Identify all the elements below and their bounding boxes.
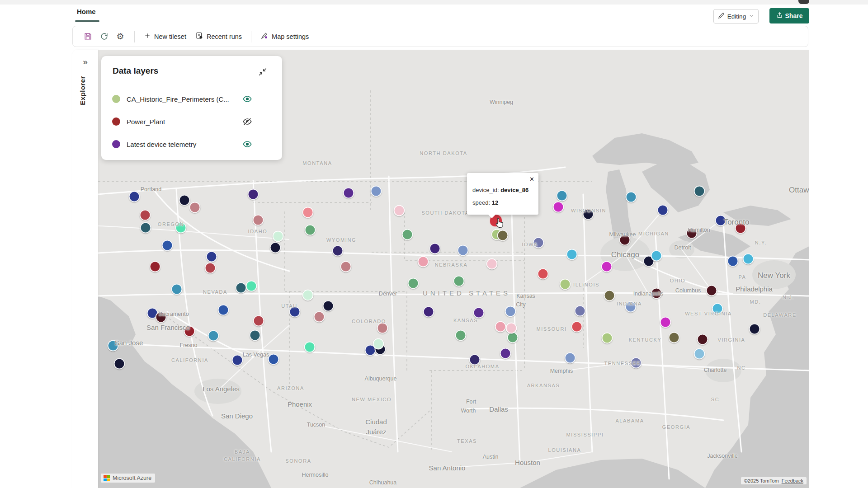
device-dot[interactable] bbox=[179, 195, 190, 206]
map-label: ILLINOIS bbox=[573, 282, 599, 287]
eye-off-icon[interactable] bbox=[242, 117, 252, 127]
device-dot[interactable] bbox=[246, 281, 257, 292]
share-button[interactable]: Share bbox=[769, 8, 809, 23]
device-dot[interactable] bbox=[140, 222, 151, 234]
device-dot[interactable] bbox=[486, 258, 498, 270]
layer-row[interactable]: CA_Historic_Fire_Perimeters (C... bbox=[101, 88, 282, 110]
device-dot[interactable] bbox=[553, 202, 564, 213]
tab-home[interactable]: Home bbox=[77, 8, 96, 15]
device-dot[interactable] bbox=[507, 332, 519, 343]
device-dot[interactable] bbox=[129, 191, 140, 202]
device-dot[interactable] bbox=[150, 261, 161, 272]
close-icon[interactable]: ✕ bbox=[529, 176, 534, 183]
device-dot[interactable] bbox=[497, 230, 509, 241]
device-dot[interactable] bbox=[694, 348, 705, 360]
device-dot[interactable] bbox=[604, 290, 615, 301]
map-label: SC bbox=[711, 397, 719, 402]
device-dot[interactable] bbox=[206, 251, 217, 263]
layer-row[interactable]: Latest device telemetry bbox=[101, 133, 282, 155]
device-dot[interactable] bbox=[377, 323, 388, 334]
device-dot[interactable] bbox=[566, 249, 578, 260]
layer-row[interactable]: Power_Plant bbox=[101, 110, 282, 133]
device-dot[interactable] bbox=[373, 338, 384, 350]
device-dot[interactable] bbox=[538, 268, 549, 280]
new-tileset-button[interactable]: New tileset bbox=[144, 32, 186, 41]
device-dot[interactable] bbox=[343, 188, 354, 199]
device-dot[interactable] bbox=[743, 253, 754, 265]
device-dot[interactable] bbox=[506, 323, 517, 334]
map-label: SONORA bbox=[285, 458, 311, 464]
device-dot[interactable] bbox=[236, 282, 247, 294]
device-dot[interactable] bbox=[253, 315, 264, 327]
device-dot[interactable] bbox=[268, 354, 279, 365]
map-canvas[interactable]: WinnipegNORTH DAKOTAMONTANASOUTH DAKOTAW… bbox=[98, 50, 809, 488]
device-dot[interactable] bbox=[423, 306, 434, 318]
device-dot[interactable] bbox=[575, 305, 586, 317]
device-dot[interactable] bbox=[418, 256, 429, 267]
expand-explorer-icon[interactable]: » bbox=[72, 57, 98, 67]
device-dot[interactable] bbox=[394, 205, 405, 216]
device-dot[interactable] bbox=[571, 321, 583, 333]
device-dot[interactable] bbox=[205, 263, 216, 274]
device-dot[interactable] bbox=[660, 317, 671, 328]
device-dot[interactable] bbox=[218, 305, 229, 316]
save-button[interactable] bbox=[81, 30, 94, 43]
device-dot[interactable] bbox=[749, 324, 760, 335]
device-dot[interactable] bbox=[505, 306, 516, 317]
device-dot[interactable] bbox=[429, 243, 441, 254]
device-dot[interactable] bbox=[305, 225, 316, 236]
device-dot[interactable] bbox=[270, 242, 281, 253]
device-dot[interactable] bbox=[323, 300, 334, 312]
device-dot[interactable] bbox=[402, 229, 413, 240]
eye-icon[interactable] bbox=[242, 139, 252, 149]
device-dot[interactable] bbox=[669, 332, 680, 343]
device-dot[interactable] bbox=[340, 261, 352, 272]
collapse-panel-icon[interactable] bbox=[258, 67, 268, 77]
editing-mode-dropdown[interactable]: Editing bbox=[713, 9, 759, 23]
device-dot[interactable] bbox=[495, 321, 506, 333]
device-dot[interactable] bbox=[557, 190, 568, 202]
device-dot[interactable] bbox=[408, 278, 419, 289]
settings-gear-button[interactable]: ⚙ bbox=[113, 30, 127, 43]
device-dot[interactable] bbox=[458, 245, 469, 256]
eye-icon[interactable] bbox=[242, 94, 252, 104]
device-dot[interactable] bbox=[697, 334, 708, 345]
device-dot[interactable] bbox=[140, 210, 151, 221]
device-dot[interactable] bbox=[302, 290, 314, 301]
device-dot[interactable] bbox=[657, 205, 669, 216]
device-dot[interactable] bbox=[253, 215, 264, 226]
device-dot[interactable] bbox=[302, 207, 314, 218]
device-dot[interactable] bbox=[232, 355, 243, 366]
device-dot[interactable] bbox=[500, 348, 511, 359]
device-dot[interactable] bbox=[250, 330, 261, 341]
device-dot[interactable] bbox=[453, 276, 465, 287]
device-dot[interactable] bbox=[248, 189, 259, 200]
device-dot[interactable] bbox=[473, 307, 485, 319]
device-dot[interactable] bbox=[602, 333, 613, 344]
device-dot[interactable] bbox=[626, 192, 637, 203]
refresh-button[interactable] bbox=[97, 30, 111, 43]
feedback-link[interactable]: Feedback bbox=[782, 478, 803, 483]
device-dot[interactable] bbox=[727, 256, 739, 267]
device-dot[interactable] bbox=[455, 330, 467, 341]
device-dot[interactable] bbox=[565, 352, 576, 364]
device-dot[interactable] bbox=[651, 250, 662, 262]
device-dot[interactable] bbox=[560, 279, 571, 290]
device-dot[interactable] bbox=[304, 342, 316, 353]
recent-runs-icon bbox=[195, 32, 203, 41]
device-dot[interactable] bbox=[694, 186, 705, 197]
device-dot[interactable] bbox=[314, 311, 325, 323]
device-dot[interactable] bbox=[189, 202, 201, 213]
map-settings-button[interactable]: Map settings bbox=[260, 32, 309, 41]
device-dot[interactable] bbox=[332, 245, 344, 257]
device-dot[interactable] bbox=[114, 358, 125, 370]
device-dot[interactable] bbox=[273, 231, 284, 242]
device-dot[interactable] bbox=[208, 330, 219, 342]
device-dot[interactable] bbox=[601, 261, 613, 272]
device-dot[interactable] bbox=[162, 240, 173, 251]
device-dot[interactable] bbox=[171, 284, 183, 295]
device-dot[interactable] bbox=[706, 285, 717, 296]
layer-label: CA_Historic_Fire_Perimeters (C... bbox=[127, 95, 237, 103]
device-dot[interactable] bbox=[371, 186, 382, 197]
recent-runs-button[interactable]: Recent runs bbox=[195, 32, 242, 41]
